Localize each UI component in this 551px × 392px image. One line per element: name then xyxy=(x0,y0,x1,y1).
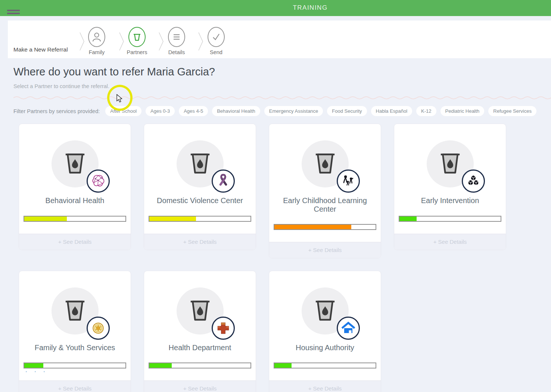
step-label: Send xyxy=(199,49,233,55)
partner-name: Behavioral Health xyxy=(23,196,127,205)
cubes-icon xyxy=(462,169,485,193)
list-icon xyxy=(168,27,185,47)
filter-chip-refugee-services[interactable]: Refugee Services xyxy=(488,106,536,116)
partner-card-behavioral-health[interactable]: Behavioral Health + See Details xyxy=(19,124,131,250)
partner-card-housing-authority[interactable]: Housing Authority + See Details xyxy=(269,271,381,392)
filter-chip-k-12[interactable]: K-12 xyxy=(416,106,436,116)
partner-card-health-department[interactable]: Health Department + See Details xyxy=(144,271,256,392)
check-icon xyxy=(208,27,225,47)
filter-chip-pediatric-health[interactable]: Pediatric Health xyxy=(441,106,485,116)
capacity-bar xyxy=(149,216,251,222)
step-family[interactable]: Family xyxy=(80,27,113,55)
partner-card-early-childhood-learning-center[interactable]: Early Childhood Learning Center + See De… xyxy=(269,124,381,258)
partner-name: Health Department xyxy=(148,343,252,352)
brain-icon xyxy=(87,169,110,193)
star-badge-icon xyxy=(87,317,110,340)
see-details-button[interactable]: + See Details xyxy=(19,234,131,250)
see-details-button[interactable]: + See Details xyxy=(19,380,131,392)
filter-chip-ages-4-5[interactable]: Ages 4-5 xyxy=(179,106,208,116)
see-details-button[interactable]: + See Details xyxy=(394,234,506,250)
step-send[interactable]: Send xyxy=(199,27,233,55)
step-label: Partners xyxy=(120,49,154,55)
filter-chip-food-security[interactable]: Food Security xyxy=(327,106,367,116)
step-partners[interactable]: Partners xyxy=(120,27,154,55)
partner-card-early-intervention[interactable]: Early Intervention + See Details xyxy=(394,124,506,250)
capacity-bar xyxy=(149,363,251,368)
red-cross-icon xyxy=(212,317,235,340)
see-details-button[interactable]: + See Details xyxy=(144,380,256,392)
capacity-bar xyxy=(24,216,126,222)
partner-name: Early Childhood Learning Center xyxy=(273,196,377,214)
person-icon xyxy=(88,27,105,47)
capacity-bar xyxy=(274,363,376,368)
capacity-bar xyxy=(24,363,126,368)
partners-grid-row-2: Family & Youth Services + See Details He… xyxy=(19,271,381,392)
step-details[interactable]: Details xyxy=(160,27,193,55)
see-details-button[interactable]: + See Details xyxy=(144,234,256,250)
wavy-divider xyxy=(13,95,551,100)
stepper-title: Make a New Referral xyxy=(13,46,68,53)
capacity-bar xyxy=(399,216,501,222)
filter-label: Filter Partners by services provided: xyxy=(13,108,100,114)
page-title: Where do you want to refer Maria Garcia? xyxy=(13,66,215,78)
page-subtitle: Select a Partner to continue the referra… xyxy=(13,83,109,89)
step-label: Details xyxy=(160,49,193,55)
ellipsis-dots xyxy=(26,371,45,372)
hamburger-icon[interactable] xyxy=(7,10,20,14)
children-icon xyxy=(337,169,360,193)
filter-bar: Filter Partners by services provided: Af… xyxy=(13,106,541,116)
bucket-icon xyxy=(128,27,146,47)
filter-chip-after-school[interactable]: After School xyxy=(105,106,141,116)
capacity-bar xyxy=(274,224,376,230)
filter-chip-ages-0-3[interactable]: Ages 0-3 xyxy=(146,106,175,116)
filter-chip-habla-espanol[interactable]: Habla Español xyxy=(371,106,413,116)
step-label: Family xyxy=(80,49,113,55)
filter-chip-emergency-assistance[interactable]: Emergency Assistance xyxy=(264,106,323,116)
house-icon xyxy=(337,317,360,340)
app-header: TRAINING xyxy=(0,0,551,16)
partner-name: Early Intervention xyxy=(398,196,502,205)
see-details-button[interactable]: + See Details xyxy=(269,242,381,258)
referral-stepper: Make a New Referral Family Partners Deta… xyxy=(8,21,551,58)
partner-card-family-youth-services[interactable]: Family & Youth Services + See Details xyxy=(19,271,131,392)
partner-name: Housing Authority xyxy=(273,343,377,352)
filter-chip-behavioral-health[interactable]: Behavioral Health xyxy=(212,106,260,116)
partner-card-domestic-violence-center[interactable]: Domestic Violence Center + See Details xyxy=(144,124,256,250)
environment-banner: TRAINING xyxy=(293,4,327,12)
partner-name: Domestic Violence Center xyxy=(148,196,252,205)
ribbon-icon xyxy=(212,169,235,193)
see-details-button[interactable]: + See Details xyxy=(269,380,381,392)
partner-name: Family & Youth Services xyxy=(23,343,127,352)
partners-grid-row-1: Behavioral Health + See Details Domestic… xyxy=(19,124,506,258)
